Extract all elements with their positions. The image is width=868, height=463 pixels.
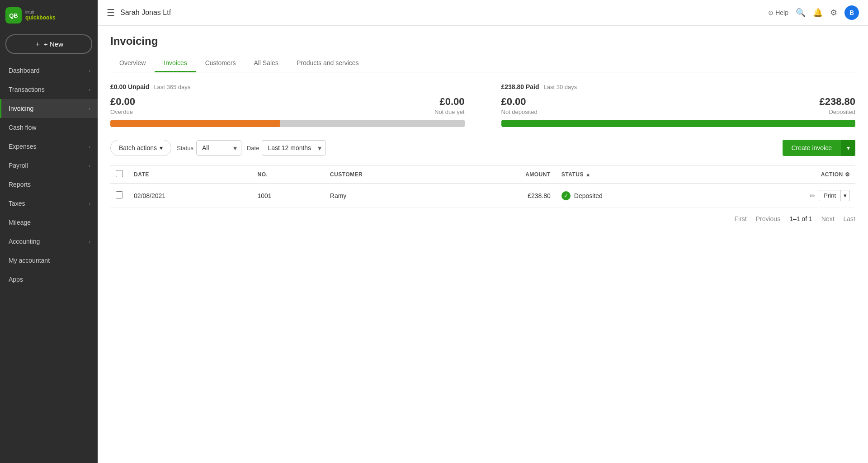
print-wrapper: Print ▾ <box>819 190 850 201</box>
user-avatar[interactable]: B <box>844 5 859 20</box>
main-content: ☰ Sarah Jonas Ltf ⊙ Help 🔍 🔔 ⚙ B Invoici… <box>98 0 868 463</box>
previous-page-button[interactable]: Previous <box>756 215 780 222</box>
header-icons: ⊙ Help 🔍 🔔 ⚙ B <box>768 5 859 20</box>
paid-progress-bar <box>501 120 856 127</box>
last-page-button[interactable]: Last <box>844 215 855 222</box>
sidebar-item-myaccountant[interactable]: My accountant <box>0 251 98 270</box>
logo-text: intuit quickbooks <box>25 10 56 21</box>
chevron-right-icon: › <box>89 144 90 149</box>
status-deposited-icon: ✓ <box>561 191 571 200</box>
deposited-amount: £238.80 <box>819 96 855 108</box>
select-all-checkbox[interactable] <box>116 170 123 177</box>
notdue-amount: £0.00 <box>439 96 464 108</box>
chevron-right-icon: › <box>89 163 90 168</box>
batch-actions-button[interactable]: Batch actions ▾ <box>110 140 171 156</box>
pagination: First Previous 1–1 of 1 Next Last <box>110 208 855 230</box>
chevron-down-icon: ▾ <box>160 144 163 151</box>
amount-column-header: AMOUNT <box>451 165 556 184</box>
sidebar-item-cashflow[interactable]: Cash flow <box>0 118 98 137</box>
row-status: ✓ Deposited <box>556 184 707 208</box>
tabs: Overview Invoices Customers All Sales Pr… <box>110 55 855 72</box>
paid-section: £238.80 Paid Last 30 days £0.00 Not depo… <box>483 83 856 127</box>
date-filter-group: Date Last 12 months Last 30 days Last 36… <box>247 140 326 156</box>
help-button[interactable]: ⊙ Help <box>768 9 788 16</box>
logo-area: QB intuit quickbooks <box>0 0 98 31</box>
print-button[interactable]: Print <box>819 190 841 201</box>
sidebar-item-dashboard[interactable]: Dashboard › <box>0 61 98 80</box>
row-checkbox-cell <box>110 184 128 208</box>
tab-allsales[interactable]: All Sales <box>245 55 287 72</box>
unpaid-title: £0.00 Unpaid <box>110 83 149 90</box>
edit-icon[interactable]: ✏ <box>810 192 815 199</box>
chevron-right-icon: › <box>89 106 90 111</box>
action-column-header: ACTION ⚙ <box>707 165 855 184</box>
print-arrow-button[interactable]: ▾ <box>841 190 850 201</box>
settings-icon[interactable]: ⚙ <box>845 171 850 178</box>
status-filter-group: Status All Overdue Paid Unpaid <box>177 140 241 156</box>
tab-invoices[interactable]: Invoices <box>155 55 196 72</box>
sidebar-item-expenses[interactable]: Expenses › <box>0 137 98 156</box>
notdue-label: Not due yet <box>434 109 465 115</box>
sidebar-item-mileage[interactable]: Mileage <box>0 213 98 232</box>
settings-icon[interactable]: ⚙ <box>830 8 837 18</box>
first-page-button[interactable]: First <box>734 215 746 222</box>
row-amount: £238.80 <box>451 184 556 208</box>
notdeposited-label: Not deposited <box>501 109 538 115</box>
select-all-header <box>110 165 128 184</box>
sidebar-item-accounting[interactable]: Accounting › <box>0 232 98 251</box>
notification-icon[interactable]: 🔔 <box>813 8 823 18</box>
unpaid-section: £0.00 Unpaid Last 365 days £0.00 Overdue… <box>110 83 483 127</box>
paid-title: £238.80 Paid <box>501 83 539 90</box>
stats-row: £0.00 Unpaid Last 365 days £0.00 Overdue… <box>110 83 855 127</box>
tab-overview[interactable]: Overview <box>110 55 155 72</box>
status-column-header[interactable]: STATUS ▲ <box>556 165 707 184</box>
create-invoice-arrow-button[interactable]: ▾ <box>841 140 855 156</box>
search-icon[interactable]: 🔍 <box>796 8 806 18</box>
date-select[interactable]: Last 12 months Last 30 days Last 365 day… <box>262 140 326 156</box>
row-no: 1001 <box>252 184 324 208</box>
date-column-header: DATE <box>128 165 252 184</box>
status-select[interactable]: All Overdue Paid Unpaid <box>196 140 241 156</box>
tab-customers[interactable]: Customers <box>196 55 245 72</box>
row-customer: Ramy <box>325 184 451 208</box>
company-name: Sarah Jonas Ltf <box>120 9 763 17</box>
notdue-bar <box>280 120 464 127</box>
sidebar-item-transactions[interactable]: Transactions › <box>0 80 98 99</box>
overdue-label: Overdue <box>110 109 135 115</box>
plus-icon: ＋ <box>34 40 41 48</box>
tab-products[interactable]: Products and services <box>288 55 368 72</box>
no-column-header: NO. <box>252 165 324 184</box>
unpaid-period: Last 365 days <box>154 84 190 90</box>
toolbar: Batch actions ▾ Status All Overdue Paid … <box>110 140 855 156</box>
next-page-button[interactable]: Next <box>821 215 835 222</box>
chevron-right-icon: › <box>89 68 90 73</box>
create-invoice-button[interactable]: Create invoice <box>783 140 841 156</box>
top-header: ☰ Sarah Jonas Ltf ⊙ Help 🔍 🔔 ⚙ B <box>98 0 868 26</box>
sidebar-item-invoicing[interactable]: Invoicing › <box>0 99 98 118</box>
chevron-right-icon: › <box>89 239 90 244</box>
new-button[interactable]: ＋ + New <box>5 34 92 54</box>
menu-icon[interactable]: ☰ <box>107 7 115 18</box>
logo-icon: QB <box>5 7 22 24</box>
customer-column-header: CUSTOMER <box>325 165 451 184</box>
row-checkbox[interactable] <box>116 191 123 198</box>
sidebar-item-apps[interactable]: Apps <box>0 270 98 289</box>
sidebar-item-reports[interactable]: Reports <box>0 175 98 194</box>
page-title: Invoicing <box>110 35 855 47</box>
status-select-wrapper: All Overdue Paid Unpaid <box>196 140 241 156</box>
sidebar: QB intuit quickbooks ＋ + New Dashboard ›… <box>0 0 98 463</box>
notdeposited-amount: £0.00 <box>501 96 538 108</box>
sort-icon: ▲ <box>585 171 591 178</box>
page-content: Invoicing Overview Invoices Customers Al… <box>98 26 868 463</box>
sidebar-item-payroll[interactable]: Payroll › <box>0 156 98 175</box>
page-current: 1–1 of 1 <box>789 215 812 222</box>
date-label: Date <box>247 145 259 151</box>
row-date: 02/08/2021 <box>128 184 252 208</box>
svg-text:QB: QB <box>9 12 18 19</box>
table-row: 02/08/2021 1001 Ramy £238.80 ✓ Deposited… <box>110 184 855 208</box>
sidebar-item-taxes[interactable]: Taxes › <box>0 194 98 213</box>
unpaid-progress-bar <box>110 120 465 127</box>
deposited-label: Deposited <box>829 109 855 115</box>
date-select-wrapper: Last 12 months Last 30 days Last 365 day… <box>262 140 326 156</box>
overdue-bar <box>110 120 280 127</box>
